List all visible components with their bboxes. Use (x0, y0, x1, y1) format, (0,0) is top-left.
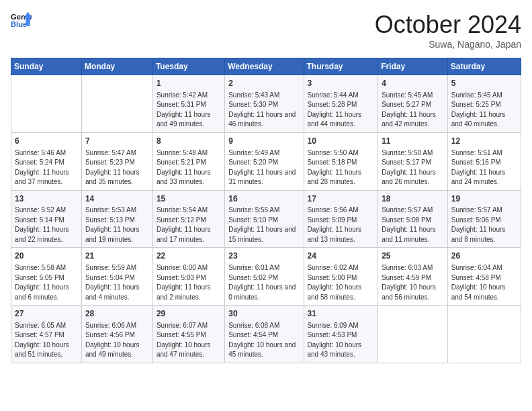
day-info: Sunrise: 6:09 AMSunset: 4:53 PMDaylight:… (308, 321, 375, 360)
calendar-cell: 23Sunrise: 6:01 AMSunset: 5:02 PMDayligh… (225, 248, 304, 306)
location: Suwa, Nagano, Japan (375, 39, 521, 50)
day-info: Sunrise: 5:59 AMSunset: 5:04 PMDaylight:… (85, 263, 149, 302)
day-info: Sunrise: 6:05 AMSunset: 4:57 PMDaylight:… (15, 321, 78, 360)
day-info: Sunrise: 5:57 AMSunset: 5:06 PMDaylight:… (451, 205, 517, 244)
day-number: 22 (157, 250, 221, 262)
day-info: Sunrise: 5:42 AMSunset: 5:31 PMDaylight:… (157, 91, 221, 130)
month-title: October 2024 (375, 11, 521, 39)
day-info: Sunrise: 5:44 AMSunset: 5:28 PMDaylight:… (308, 91, 375, 130)
week-row-3: 13Sunrise: 5:52 AMSunset: 5:14 PMDayligh… (11, 190, 521, 248)
calendar-cell: 8Sunrise: 5:48 AMSunset: 5:21 PMDaylight… (152, 132, 224, 190)
day-info: Sunrise: 6:02 AMSunset: 5:00 PMDaylight:… (308, 263, 375, 302)
calendar-body: 1Sunrise: 5:42 AMSunset: 5:31 PMDaylight… (11, 75, 521, 363)
day-info: Sunrise: 5:55 AMSunset: 5:10 PMDaylight:… (228, 205, 300, 244)
day-info: Sunrise: 6:00 AMSunset: 5:03 PMDaylight:… (157, 263, 221, 302)
day-number: 29 (157, 308, 221, 320)
day-number: 27 (15, 308, 78, 320)
weekday-monday: Monday (81, 58, 152, 75)
day-info: Sunrise: 6:03 AMSunset: 4:59 PMDaylight:… (382, 263, 444, 302)
calendar-cell: 19Sunrise: 5:57 AMSunset: 5:06 PMDayligh… (447, 190, 521, 248)
weekday-header-row: SundayMondayTuesdayWednesdayThursdayFrid… (11, 58, 521, 75)
calendar-cell: 6Sunrise: 5:46 AMSunset: 5:24 PMDaylight… (11, 132, 82, 190)
day-number: 28 (85, 308, 149, 320)
day-info: Sunrise: 6:07 AMSunset: 4:55 PMDaylight:… (157, 321, 221, 360)
calendar-cell: 3Sunrise: 5:44 AMSunset: 5:28 PMDaylight… (304, 75, 378, 133)
day-info: Sunrise: 5:58 AMSunset: 5:05 PMDaylight:… (15, 263, 78, 302)
page-header: General Blue October 2024 Suwa, Nagano, … (11, 11, 521, 50)
day-info: Sunrise: 5:51 AMSunset: 5:16 PMDaylight:… (451, 148, 517, 187)
day-number: 9 (228, 136, 300, 147)
calendar-cell (81, 75, 152, 133)
day-number: 12 (451, 136, 517, 147)
day-info: Sunrise: 5:56 AMSunset: 5:09 PMDaylight:… (308, 205, 375, 244)
calendar-cell (447, 306, 521, 363)
calendar-cell (11, 75, 82, 133)
day-number: 15 (157, 193, 221, 205)
day-number: 11 (382, 136, 444, 147)
calendar-cell: 27Sunrise: 6:05 AMSunset: 4:57 PMDayligh… (11, 306, 82, 363)
day-number: 4 (382, 78, 444, 89)
calendar-cell: 12Sunrise: 5:51 AMSunset: 5:16 PMDayligh… (447, 132, 521, 190)
calendar-cell: 11Sunrise: 5:50 AMSunset: 5:17 PMDayligh… (378, 132, 448, 190)
day-number: 25 (382, 250, 444, 262)
day-number: 17 (308, 193, 375, 205)
day-info: Sunrise: 5:53 AMSunset: 5:13 PMDaylight:… (85, 205, 149, 244)
calendar-table: SundayMondayTuesdayWednesdayThursdayFrid… (11, 58, 521, 363)
day-number: 10 (308, 136, 375, 147)
day-info: Sunrise: 5:46 AMSunset: 5:24 PMDaylight:… (15, 148, 78, 187)
day-number: 21 (85, 250, 149, 262)
day-info: Sunrise: 5:50 AMSunset: 5:17 PMDaylight:… (382, 148, 444, 187)
weekday-sunday: Sunday (11, 58, 82, 75)
day-info: Sunrise: 6:08 AMSunset: 4:54 PMDaylight:… (228, 321, 300, 360)
day-number: 20 (15, 250, 78, 262)
week-row-4: 20Sunrise: 5:58 AMSunset: 5:05 PMDayligh… (11, 248, 521, 306)
weekday-friday: Friday (378, 58, 448, 75)
logo-icon: General Blue (11, 11, 32, 30)
calendar-cell: 31Sunrise: 6:09 AMSunset: 4:53 PMDayligh… (304, 306, 378, 363)
calendar-cell: 17Sunrise: 5:56 AMSunset: 5:09 PMDayligh… (304, 190, 378, 248)
day-number: 26 (451, 250, 517, 262)
calendar-cell: 18Sunrise: 5:57 AMSunset: 5:08 PMDayligh… (378, 190, 448, 248)
calendar-cell: 9Sunrise: 5:49 AMSunset: 5:20 PMDaylight… (225, 132, 304, 190)
calendar-header: SundayMondayTuesdayWednesdayThursdayFrid… (11, 58, 521, 75)
day-number: 1 (157, 78, 221, 89)
calendar-cell: 29Sunrise: 6:07 AMSunset: 4:55 PMDayligh… (152, 306, 224, 363)
weekday-thursday: Thursday (304, 58, 378, 75)
day-info: Sunrise: 5:50 AMSunset: 5:18 PMDaylight:… (308, 148, 375, 187)
day-number: 5 (451, 78, 517, 89)
day-number: 16 (228, 193, 300, 205)
calendar-cell (378, 306, 448, 363)
day-number: 30 (228, 308, 300, 320)
day-number: 6 (15, 136, 78, 147)
calendar-cell: 10Sunrise: 5:50 AMSunset: 5:18 PMDayligh… (304, 132, 378, 190)
day-number: 24 (308, 250, 375, 262)
week-row-5: 27Sunrise: 6:05 AMSunset: 4:57 PMDayligh… (11, 306, 521, 363)
svg-text:Blue: Blue (11, 20, 27, 28)
calendar-cell: 20Sunrise: 5:58 AMSunset: 5:05 PMDayligh… (11, 248, 82, 306)
day-info: Sunrise: 5:54 AMSunset: 5:12 PMDaylight:… (157, 205, 221, 244)
calendar-cell: 1Sunrise: 5:42 AMSunset: 5:31 PMDaylight… (152, 75, 224, 133)
calendar-cell: 13Sunrise: 5:52 AMSunset: 5:14 PMDayligh… (11, 190, 82, 248)
calendar-cell: 15Sunrise: 5:54 AMSunset: 5:12 PMDayligh… (152, 190, 224, 248)
day-info: Sunrise: 5:45 AMSunset: 5:27 PMDaylight:… (382, 91, 444, 130)
day-number: 31 (308, 308, 375, 320)
day-info: Sunrise: 6:01 AMSunset: 5:02 PMDaylight:… (228, 263, 300, 302)
calendar-cell: 25Sunrise: 6:03 AMSunset: 4:59 PMDayligh… (378, 248, 448, 306)
day-number: 19 (451, 193, 517, 205)
logo: General Blue (11, 11, 32, 30)
day-info: Sunrise: 6:06 AMSunset: 4:56 PMDaylight:… (85, 321, 149, 360)
day-info: Sunrise: 6:04 AMSunset: 4:58 PMDaylight:… (451, 263, 517, 302)
title-block: October 2024 Suwa, Nagano, Japan (375, 11, 521, 50)
weekday-wednesday: Wednesday (225, 58, 304, 75)
day-info: Sunrise: 5:48 AMSunset: 5:21 PMDaylight:… (157, 148, 221, 187)
week-row-2: 6Sunrise: 5:46 AMSunset: 5:24 PMDaylight… (11, 132, 521, 190)
weekday-saturday: Saturday (447, 58, 521, 75)
day-info: Sunrise: 5:45 AMSunset: 5:25 PMDaylight:… (451, 91, 517, 130)
day-info: Sunrise: 5:52 AMSunset: 5:14 PMDaylight:… (15, 205, 78, 244)
calendar-cell: 7Sunrise: 5:47 AMSunset: 5:23 PMDaylight… (81, 132, 152, 190)
calendar-cell: 30Sunrise: 6:08 AMSunset: 4:54 PMDayligh… (225, 306, 304, 363)
calendar-cell: 28Sunrise: 6:06 AMSunset: 4:56 PMDayligh… (81, 306, 152, 363)
calendar-cell: 24Sunrise: 6:02 AMSunset: 5:00 PMDayligh… (304, 248, 378, 306)
week-row-1: 1Sunrise: 5:42 AMSunset: 5:31 PMDaylight… (11, 75, 521, 133)
day-number: 3 (308, 78, 375, 89)
